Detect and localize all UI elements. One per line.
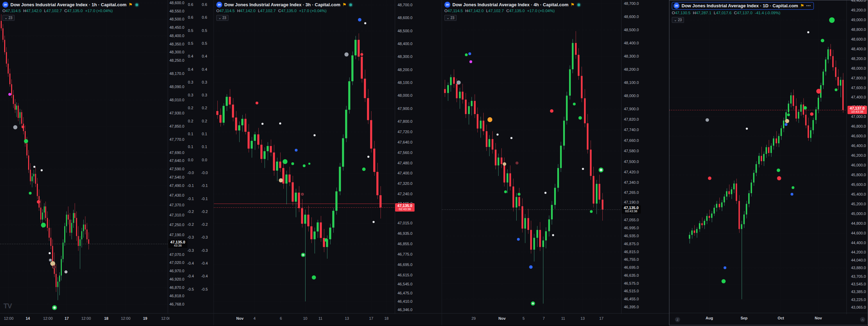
indicators-collapsed-badge[interactable]: ⌄ 23 xyxy=(2,15,15,21)
indicator-scale-label: -0.1 xyxy=(200,183,209,188)
price-axis-label: 48,600.0 xyxy=(398,16,412,20)
time-axis[interactable]: AugSepOctNov xyxy=(669,313,868,325)
price-axis-label: 47,015.0 xyxy=(398,221,412,225)
chart-plot-area[interactable] xyxy=(214,0,395,314)
indicator-scale-label: 0.6 xyxy=(186,2,195,7)
chart-title[interactable]: Dow Jones Industrial Average Index · 3h … xyxy=(224,2,340,7)
price-axis-label: 46,410.0 xyxy=(398,299,412,303)
price-axis-label: 46,920.0 xyxy=(169,277,184,281)
price-axis-label: 47,800.0 xyxy=(398,119,412,123)
low-label: L47,102.7 xyxy=(486,9,504,13)
indicators-row: ⌄ 23 xyxy=(2,14,138,21)
chart-panel-3h[interactable]: 48,700.048,600.048,500.048,400.048,300.0… xyxy=(214,0,442,325)
price-axis-label: 46,815.0 xyxy=(624,250,639,254)
time-axis-label: 17 xyxy=(65,316,69,320)
chart-plot-area[interactable] xyxy=(442,0,621,314)
high-label: H47,142.0 xyxy=(237,9,256,13)
price-axis-label: 46,395.0 xyxy=(624,305,639,309)
indicator-scale-label: -0.3 xyxy=(200,235,209,239)
time-axis[interactable]: Nov461011131718 xyxy=(214,313,442,325)
high-label: H47,287.1 xyxy=(693,11,711,15)
market-status-icon[interactable] xyxy=(135,3,138,6)
symbol-logo-dj30-icon[interactable]: 30 xyxy=(216,2,222,8)
flag-icon[interactable]: ⚑ xyxy=(342,2,347,7)
price-axis-label: 46,695.0 xyxy=(398,263,412,267)
candlestick-canvas xyxy=(442,0,621,314)
price-axis-label: 48,090.0 xyxy=(169,85,184,89)
price-axis[interactable]: 49,400.049,200.049,000.048,800.048,600.0… xyxy=(846,0,868,314)
open-label: O47,114.5 xyxy=(216,9,235,13)
flag-icon[interactable]: ⚑ xyxy=(800,3,804,8)
open-label: O47,114.5 xyxy=(2,9,21,13)
time-axis-label: 6 xyxy=(280,316,282,320)
close-label: C47,137.0 xyxy=(734,11,752,15)
price-axis-label: 46,935.0 xyxy=(624,234,639,238)
auto-scale-button[interactable]: A xyxy=(860,317,865,322)
price-axis-label: 46,775.0 xyxy=(398,252,412,256)
flag-icon[interactable]: ⚑ xyxy=(570,2,575,7)
price-axis-label: 48,300.0 xyxy=(624,54,639,58)
indicators-collapsed-badge[interactable]: ⌄ 23 xyxy=(444,15,457,21)
price-axis-label: 47,640.0 xyxy=(169,158,184,163)
market-status-icon[interactable] xyxy=(349,3,352,6)
price-axis[interactable]: 48,600.048,550.048,500.048,450.048,400.0… xyxy=(168,0,214,314)
candlestick-canvas xyxy=(214,0,395,314)
indicators-collapsed-badge[interactable]: ⌄ 23 xyxy=(672,17,684,23)
price-axis-label: 47,500.0 xyxy=(624,160,639,164)
price-axis-label: 48,200.0 xyxy=(398,68,412,72)
indicator-scale-label: -0.3 xyxy=(186,248,195,252)
indicators-collapsed-badge[interactable]: ⌄ 23 xyxy=(216,15,228,21)
price-axis-label: 47,320.0 xyxy=(398,181,412,186)
change-label: +17.0 (+0.04%) xyxy=(527,9,554,13)
chart-panel-1h[interactable]: 48,600.048,550.048,500.048,450.048,400.0… xyxy=(0,0,214,325)
indicator-scale-label: 0.6 xyxy=(200,15,209,19)
price-axis-label: 44,600.0 xyxy=(851,231,866,235)
low-label: L47,102.7 xyxy=(258,9,276,13)
time-axis[interactable]: 12:001412:001712:001812:001912:00 xyxy=(0,313,214,325)
market-status-icon[interactable] xyxy=(577,3,580,6)
symbol-logo-dj30-icon[interactable]: 30 xyxy=(2,2,8,8)
price-axis-label: 43,225.0 xyxy=(851,298,866,302)
time-axis-label: 29 xyxy=(471,316,476,320)
more-options-icon[interactable]: ••• xyxy=(806,4,811,8)
indicator-scale-label: 0.2 xyxy=(200,119,209,123)
chart-title[interactable]: Dow Jones Industrial Average Index · 1h … xyxy=(10,2,126,7)
indicator-scale-label: 0.6 xyxy=(200,2,209,7)
price-axis[interactable]: 48,700.048,600.048,500.048,400.048,300.0… xyxy=(621,0,670,314)
price-axis-label: 47,000.0 xyxy=(851,114,866,119)
tradingview-logo-icon[interactable]: TV xyxy=(3,302,12,310)
indicator-scale-label: -0.4 xyxy=(200,261,209,265)
chart-plot-area[interactable] xyxy=(0,0,168,314)
price-axis-label: 46,695.0 xyxy=(624,265,639,269)
time-axis-label: 10 xyxy=(303,316,307,320)
price-axis-label: 48,400.0 xyxy=(624,41,639,45)
legend-title-row: 30 Dow Jones Industrial Average Index · … xyxy=(216,2,352,8)
symbol-logo-dj30-icon[interactable]: 30 xyxy=(444,2,450,8)
chart-title[interactable]: Dow Jones Industrial Average Index · 4h … xyxy=(452,2,568,7)
last-price-tag: 47,135.002:43:38 xyxy=(395,203,415,212)
chart-panel-1d[interactable]: 49,400.049,200.049,000.048,800.048,600.0… xyxy=(669,0,868,325)
price-axis-label: 47,055.0 xyxy=(624,218,639,222)
indicator-count: 23 xyxy=(222,16,226,20)
chart-title[interactable]: Dow Jones Industrial Average Index · 1D … xyxy=(682,3,798,8)
legend-title-row-selected[interactable]: 30 Dow Jones Industrial Average Index · … xyxy=(672,2,814,10)
high-label: H47,142.0 xyxy=(23,9,42,13)
time-axis-label: 12:00 xyxy=(121,316,131,320)
time-axis[interactable]: 29Nov57111317 xyxy=(442,313,669,325)
chart-panel-4h[interactable]: 48,700.048,600.048,500.048,400.048,300.0… xyxy=(442,0,669,325)
symbol-logo-dj30-icon[interactable]: 30 xyxy=(674,3,679,9)
time-axis-label: Oct xyxy=(778,316,784,320)
price-axis-label: 47,720.0 xyxy=(398,130,412,134)
low-label: L47,017.6 xyxy=(714,11,732,15)
flag-icon[interactable]: ⚑ xyxy=(128,2,133,7)
candlestick-canvas xyxy=(669,0,846,314)
price-axis[interactable]: 48,700.048,600.048,500.048,400.048,300.0… xyxy=(395,0,442,314)
price-axis-label: 48,500.0 xyxy=(398,29,412,33)
indicator-scale-label: 0.5 xyxy=(200,41,209,45)
indicator-scale-label: 0.5 xyxy=(200,28,209,33)
timezone-button[interactable]: Z xyxy=(675,317,680,322)
open-label: O47,130.5 xyxy=(672,11,691,15)
chart-plot-area[interactable] xyxy=(669,0,846,314)
price-axis-label: 48,600.0 xyxy=(851,37,866,41)
price-axis-label: 48,800.0 xyxy=(851,27,866,32)
